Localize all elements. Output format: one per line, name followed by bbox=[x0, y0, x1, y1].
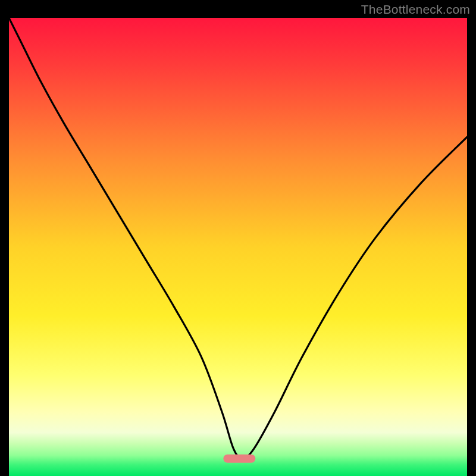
chart-frame bbox=[9, 18, 467, 476]
chart-svg bbox=[9, 18, 467, 476]
optimal-marker bbox=[223, 455, 255, 463]
gradient-background bbox=[9, 18, 467, 476]
watermark-text: TheBottleneck.com bbox=[361, 2, 470, 17]
